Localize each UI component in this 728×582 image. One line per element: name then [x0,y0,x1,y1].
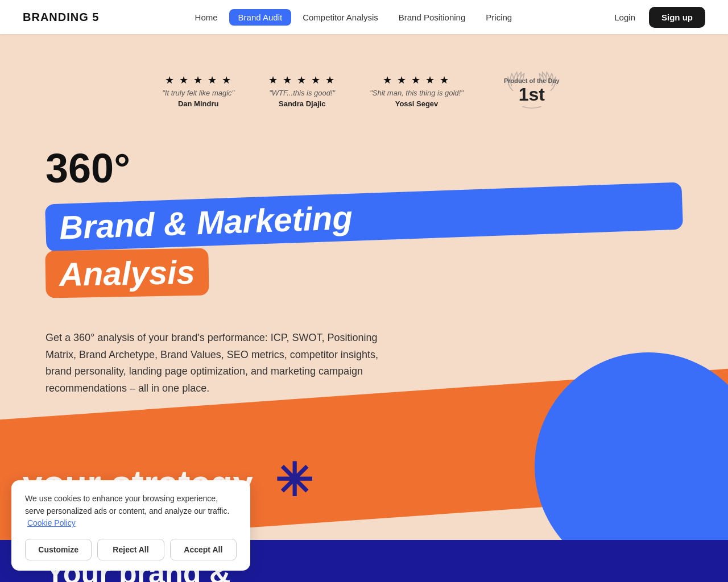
cookie-buttons: Customize Reject All Accept All [25,539,237,560]
product-of-day-label: Product of the Day [504,77,560,84]
testimonial-2-stars: ★ ★ ★ ★ ★ [268,74,336,86]
cookie-policy-link[interactable]: Cookie Policy [27,518,76,527]
accept-all-button[interactable]: Accept All [170,539,237,560]
nav-link-brand-audit[interactable]: Brand Audit [229,9,292,26]
laurel-badge: Product of the Day 1st [498,57,566,125]
nav-link-competitor-analysis[interactable]: Competitor Analysis [293,9,387,26]
nav-actions: Login Sign up [607,7,705,28]
testimonial-1: ★ ★ ★ ★ ★ "It truly felt like magic" Dan… [162,74,234,108]
customize-button[interactable]: Customize [25,539,92,560]
reject-all-button[interactable]: Reject All [97,539,164,560]
testimonial-3-stars: ★ ★ ★ ★ ★ [383,74,450,86]
testimonials-row: ★ ★ ★ ★ ★ "It truly felt like magic" Dan… [0,51,728,142]
testimonial-1-stars: ★ ★ ★ ★ ★ [165,74,232,86]
nav-link-home[interactable]: Home [186,9,227,26]
testimonial-2: ★ ★ ★ ★ ★ "WTF...this is good!" Sandra D… [268,74,336,108]
testimonial-1-quote: "It truly felt like magic" [162,89,234,97]
testimonial-3-quote: "Shit man, this thing is gold!" [370,89,464,97]
testimonial-3: ★ ★ ★ ★ ★ "Shit man, this thing is gold!… [370,74,464,108]
nav-logo: BRANDING 5 [23,11,99,24]
cookie-text: We use cookies to enhance your browsing … [25,493,237,530]
signup-button[interactable]: Sign up [649,7,705,28]
testimonial-2-quote: "WTF...this is good!" [269,89,335,97]
headline-360: 360° [46,148,682,189]
login-button[interactable]: Login [607,9,642,26]
nav-link-brand-positioning[interactable]: Brand Positioning [390,9,475,26]
navbar: BRANDING 5 Home Brand Audit Competitor A… [0,0,728,34]
headline-analysis: Analysis [45,248,209,298]
product-of-day-badge: Product of the Day 1st [498,57,566,125]
nav-links: Home Brand Audit Competitor Analysis Bra… [186,9,522,26]
product-of-day-rank: 1st [519,84,545,105]
headline-block: 360° Brand & Marketing Analysis [0,142,728,313]
asterisk-icon: ✳ [275,455,313,506]
testimonial-3-name: Yossi Segev [395,99,439,108]
headline-brand-marketing: Brand & Marketing [45,182,683,251]
hero-section: ★ ★ ★ ★ ★ "It truly felt like magic" Dan… [0,34,728,546]
testimonial-1-name: Dan Mindru [178,99,219,108]
testimonial-2-name: Sandra Djajic [279,99,325,108]
cookie-banner: We use cookies to enhance your browsing … [11,480,250,571]
nav-link-pricing[interactable]: Pricing [477,9,521,26]
